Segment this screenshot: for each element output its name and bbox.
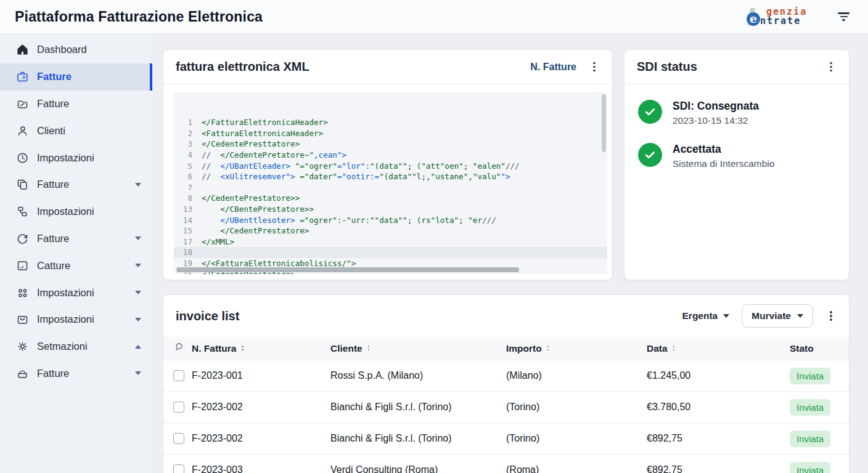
row-checkbox[interactable]	[173, 464, 184, 473]
line-number: 13	[174, 204, 192, 215]
sort-icon[interactable]	[367, 345, 371, 352]
sidebar-item-impostazioni-6[interactable]: Impostazioni	[0, 198, 152, 225]
sidebar-item-fatture-5[interactable]: Fatture	[0, 171, 152, 198]
sidebar-item-fatture-2[interactable]: Fatture	[0, 91, 152, 118]
table-row-F-2023-002[interactable]: F-2023-002Bianchi & Figli S.r.l. (Torino…	[163, 423, 849, 455]
logo-text-ntrate: ntrate	[760, 15, 801, 26]
sidebar-item-label: Clienti	[37, 125, 141, 137]
line-number: 14	[174, 215, 192, 226]
sync-icon	[16, 232, 29, 245]
sidebar-item-dashboard-0[interactable]: Dashboard	[0, 36, 152, 63]
xml-code-viewer[interactable]: 1</FatturaElettronicaHeader>2<FatturaEle…	[174, 92, 607, 274]
sidebar-item-label: Impostazioni	[37, 313, 127, 325]
user-icon	[16, 124, 29, 137]
chevron-down-icon[interactable]	[135, 318, 141, 321]
sort-icon[interactable]	[546, 345, 551, 352]
sidebar-item-fatture-7[interactable]: Fatture	[0, 225, 152, 253]
code-horizontal-scrollbar[interactable]	[176, 267, 519, 272]
column-header-n-fattura[interactable]: N. Fattura	[192, 343, 330, 354]
cell-importo: (Torino)	[506, 433, 647, 444]
main-content: fattura elettronica XML N. Fatture 1</Fa…	[152, 34, 868, 473]
column-header-stato: Stato	[790, 343, 839, 354]
cell-numero: F-2023-003	[192, 464, 330, 473]
line-number: 2	[174, 128, 192, 139]
sdi-card-menu-icon[interactable]	[825, 60, 837, 74]
sidebar-item-impostazioni-9[interactable]: Impostazioni	[0, 279, 152, 306]
column-header-data[interactable]: Data	[647, 343, 790, 354]
code-line-5: 5// </UBantEleader> "="ogrer"="lor":"(da…	[174, 161, 607, 172]
line-number: 4	[174, 150, 192, 161]
search-icon[interactable]	[173, 341, 192, 355]
sort-icon[interactable]	[240, 345, 245, 352]
xml-card-menu-icon[interactable]	[589, 60, 600, 74]
cell-importo: (Roma)	[506, 464, 647, 473]
column-header-cliente[interactable]: Cliente	[330, 343, 506, 354]
sidebar-item-label: Catture	[37, 260, 127, 272]
sidebar-item-label: Fatture	[37, 71, 139, 83]
invoice-table-body: F-2023-001Rossi S.p.A. (Milano)(Milano)€…	[163, 360, 849, 473]
row-checkbox[interactable]	[173, 402, 184, 413]
line-number: 5	[174, 161, 192, 172]
sidebar-item-impostazioni-4[interactable]: Impostazioni	[0, 144, 152, 171]
sidebar-item-label: Fatture	[37, 179, 127, 190]
chevron-down-icon[interactable]	[135, 291, 141, 294]
code-line-14: 14 </UBenttlesoter> ="ogrer":-"urr:""dat…	[174, 215, 607, 226]
svg-text:e: e	[750, 12, 757, 25]
cell-numero: F-2023-001	[192, 370, 330, 381]
table-row-F-2023-003[interactable]: F-2023-003Verdi Consulting (Roma)(Roma)€…	[163, 455, 849, 473]
filter-icon[interactable]	[835, 10, 852, 23]
sidebar-item-clienti-3[interactable]: Clienti	[0, 117, 152, 144]
sidebar-item-impostazioni-10[interactable]: Impostazioni	[0, 306, 152, 333]
column-header-importo[interactable]: Importo	[506, 343, 647, 354]
code-line-15: 15 </CedentPrestatore>	[174, 225, 607, 236]
code-line-6: 6// <xUlitresemver"> ="dater"="ootir:="(…	[174, 171, 607, 182]
sdi-card-title: SDI status	[637, 60, 697, 74]
table-row-F-2023-001[interactable]: F-2023-001Rossi S.p.A. (Milano)(Milano)€…	[163, 360, 849, 392]
chevron-down-icon[interactable]	[135, 264, 141, 267]
sidebar-item-setmazioni-11[interactable]: Setmazioni	[0, 333, 152, 360]
gear-icon	[16, 340, 29, 353]
cell-cliente: Verdi Consulting (Roma)	[330, 464, 506, 473]
sdi-item-title: SDI: Consegnata	[673, 100, 759, 113]
code-line-17: 17</xMML>	[174, 236, 607, 248]
chevron-down-icon[interactable]	[135, 183, 141, 187]
invoice-icon	[16, 70, 29, 83]
chevron-down-icon	[797, 314, 803, 318]
sidebar-item-fatture-12[interactable]: Fatture	[0, 360, 152, 387]
sidebar-item-catture-8[interactable]: Catture	[0, 252, 152, 279]
table-row-F-2023-002[interactable]: F-2023-002Bianchi & Figli S.r.l. (Torino…	[163, 392, 849, 423]
invoice-card-menu-icon[interactable]	[825, 309, 837, 323]
topbar: Piattaforma Fatturazione Elettronica e g…	[0, 0, 868, 34]
row-checkbox[interactable]	[173, 370, 184, 381]
status-badge: Inviata	[790, 368, 830, 384]
code-line-13: 13 </CBentePrestatore>>	[174, 204, 607, 215]
status-badge: Inviata	[790, 431, 830, 447]
row-checkbox[interactable]	[173, 433, 184, 444]
sdi-status-card: SDI status SDI: Consegnata2023-10-15 14:…	[624, 49, 850, 280]
status-badge: Inviata	[790, 399, 830, 416]
status-badge: Inviata	[790, 462, 830, 473]
sdi-status-item-0: SDI: Consegnata2023-10-15 14:32	[638, 100, 835, 126]
clock-icon	[16, 152, 29, 164]
chevron-down-icon[interactable]	[135, 371, 141, 375]
sort-icon[interactable]	[672, 345, 676, 352]
sidebar-item-label: Fatture	[37, 368, 127, 379]
ergenta-dropdown[interactable]: Ergenta	[682, 310, 730, 321]
grid-icon	[16, 286, 29, 299]
code-line-2: 2<FatturaElettronicaHeader>	[174, 128, 607, 139]
code-vertical-scrollbar[interactable]	[602, 94, 606, 152]
n-fatture-link[interactable]: N. Fatture	[530, 62, 576, 73]
murviate-dropdown-button[interactable]: Murviate	[742, 304, 813, 328]
line-number: 18	[174, 247, 192, 258]
chevron-up-icon[interactable]	[135, 345, 141, 349]
sidebar-item-fatture-1[interactable]: Fatture	[0, 63, 152, 91]
code-line-3: 3</CedentePresttatore>	[174, 139, 607, 150]
sidebar-item-label: Setmazioni	[37, 341, 127, 352]
check-circle-icon	[638, 143, 662, 167]
agenzia-entrate-logo[interactable]: e genzia ntrate	[745, 4, 818, 29]
chevron-down-icon[interactable]	[135, 236, 141, 240]
xml-card-title: fattura elettronica XML	[176, 60, 309, 74]
line-number: 17	[174, 236, 192, 248]
cell-importo: (Milano)	[506, 370, 647, 381]
app-title: Piattaforma Fatturazione Elettronica	[15, 9, 263, 25]
